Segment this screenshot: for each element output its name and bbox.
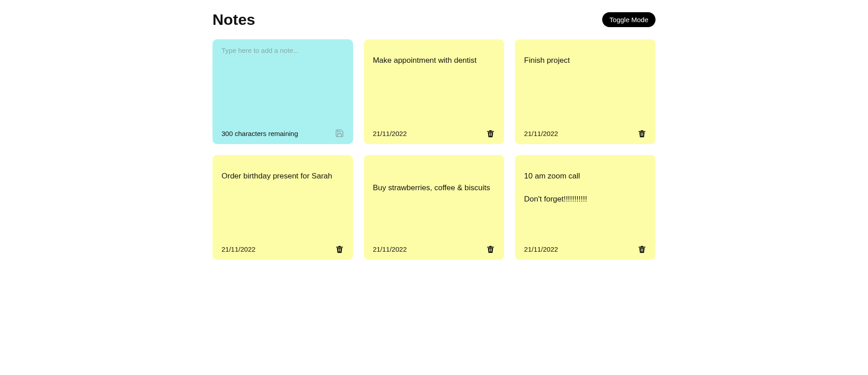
new-note-input[interactable] [222,47,344,119]
new-note-card: 300 characters remaining [212,39,353,144]
characters-remaining: 300 characters remaining [222,130,298,137]
note-date: 21/11/2022 [524,245,558,253]
trash-icon [486,129,495,138]
save-icon [335,129,344,138]
note-card: Finish project 21/11/2022 [515,39,656,144]
save-note-button[interactable] [335,129,344,138]
trash-icon [486,244,495,253]
note-date: 21/11/2022 [222,245,255,253]
note-text: Order birthday present for Sarah [222,170,344,182]
header: Notes Toggle Mode [212,11,656,28]
delete-note-button[interactable] [637,129,646,138]
notes-grid: 300 characters remaining Make appointmen… [212,39,656,260]
trash-icon [637,129,646,138]
note-text: Finish project [524,55,646,66]
trash-icon [637,244,646,253]
note-card: Make appointment with dentist 21/11/2022 [364,39,505,144]
delete-note-button[interactable] [486,244,495,253]
note-date: 21/11/2022 [373,245,407,253]
note-text: 10 am zoom call Don't forget!!!!!!!!!!! [524,170,646,205]
note-text: Buy strawberries, coffee & biscuits [373,170,495,193]
trash-icon [335,244,344,253]
delete-note-button[interactable] [637,244,646,253]
note-date: 21/11/2022 [524,130,558,137]
toggle-mode-button[interactable]: Toggle Mode [602,12,656,27]
note-card: Order birthday present for Sarah 21/11/2… [212,155,353,260]
page-title: Notes [212,11,255,28]
delete-note-button[interactable] [486,129,495,138]
note-card: 10 am zoom call Don't forget!!!!!!!!!!! … [515,155,656,260]
note-date: 21/11/2022 [373,130,407,137]
note-card: Buy strawberries, coffee & biscuits 21/1… [364,155,505,260]
note-text: Make appointment with dentist [373,55,495,66]
delete-note-button[interactable] [335,244,344,253]
